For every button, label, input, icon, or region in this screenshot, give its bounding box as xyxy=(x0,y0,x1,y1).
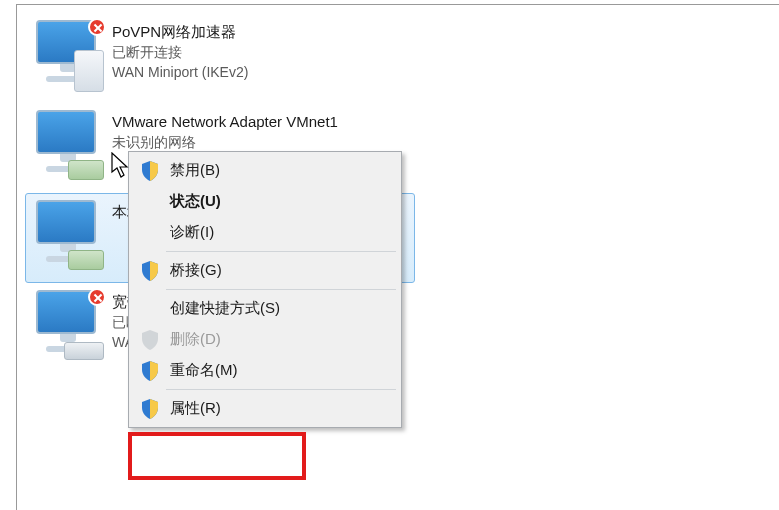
menu-status[interactable]: 状态(U) xyxy=(132,186,398,217)
connection-device: WAN Miniport (IKEv2) xyxy=(112,62,248,82)
connection-icon xyxy=(32,20,104,92)
connection-icon xyxy=(32,110,104,182)
connection-status: 已断开连接 xyxy=(112,42,248,62)
shield-icon xyxy=(141,161,159,181)
menu-bridge[interactable]: 桥接(G) xyxy=(132,255,398,286)
menu-create-shortcut[interactable]: 创建快捷方式(S) xyxy=(132,293,398,324)
connection-icon xyxy=(32,290,104,362)
menu-disable[interactable]: 禁用(B) xyxy=(132,155,398,186)
menu-separator xyxy=(166,389,396,390)
connection-item[interactable]: PoVPN网络加速器 已断开连接 WAN Miniport (IKEv2) xyxy=(25,13,415,103)
error-badge-icon xyxy=(88,18,106,36)
menu-delete: 删除(D) xyxy=(132,324,398,355)
shield-icon xyxy=(141,330,159,350)
menu-separator xyxy=(166,251,396,252)
shield-icon xyxy=(141,361,159,381)
connection-title: PoVPN网络加速器 xyxy=(112,22,248,42)
shield-icon xyxy=(141,399,159,419)
connection-status: 未识别的网络 xyxy=(112,132,338,152)
connection-icon xyxy=(32,200,104,272)
menu-diagnose[interactable]: 诊断(I) xyxy=(132,217,398,248)
error-badge-icon xyxy=(88,288,106,306)
connection-title: VMware Network Adapter VMnet1 xyxy=(112,112,338,132)
shield-icon xyxy=(141,261,159,281)
menu-separator xyxy=(166,289,396,290)
context-menu: 禁用(B) 状态(U) 诊断(I) 桥接(G) 创建快捷方式(S) 删除(D) … xyxy=(128,151,402,428)
menu-properties[interactable]: 属性(R) xyxy=(132,393,398,424)
menu-rename[interactable]: 重命名(M) xyxy=(132,355,398,386)
